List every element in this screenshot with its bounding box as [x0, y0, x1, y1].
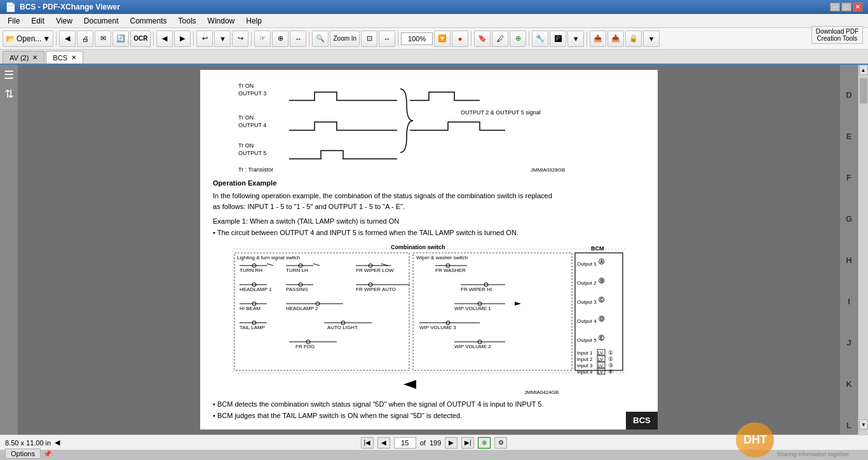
- separator-7: [471, 31, 471, 46]
- redo-btn[interactable]: ↪: [232, 30, 248, 47]
- sidebar-letter-f: F: [846, 173, 851, 182]
- separator-4: [251, 31, 252, 46]
- menu-view[interactable]: View: [51, 15, 78, 27]
- undo-drop[interactable]: ▼: [214, 30, 231, 47]
- separator-6: [398, 31, 398, 46]
- titlebar-controls[interactable]: ─ □ ✕: [830, 3, 863, 11]
- bookmark-btn[interactable]: 🔖: [474, 30, 491, 47]
- separator-1: [56, 31, 57, 46]
- share1-btn[interactable]: 📤: [590, 30, 606, 47]
- num-circle-3: ③: [608, 362, 613, 369]
- sidebar-letter-h: H: [846, 255, 851, 265]
- input2-label: Input 2: [577, 356, 593, 362]
- lv-box-4: LV: [598, 370, 603, 374]
- nav-next-btn[interactable]: ▶: [445, 437, 458, 449]
- nav-first-btn[interactable]: |◀: [361, 437, 374, 449]
- extra-btn[interactable]: ▼: [567, 30, 584, 47]
- print-btn[interactable]: 🖨: [77, 30, 93, 47]
- page-document: Tr ON OUTPUT 3 Tr ON OUTPUT 4 Tr ON OUTP…: [200, 70, 658, 430]
- menu-document[interactable]: Document: [79, 15, 124, 27]
- dropdown-icon: ▼: [43, 34, 50, 43]
- zoom-input[interactable]: [401, 32, 433, 45]
- download-label: Download PDF Creation Tools: [816, 28, 858, 42]
- svg-marker-44: [403, 380, 416, 389]
- options-btn[interactable]: Options: [5, 449, 41, 459]
- open-button[interactable]: 📂 Open... ▼: [3, 30, 53, 47]
- page-number-input[interactable]: [394, 437, 416, 449]
- tool2-btn[interactable]: ↔: [290, 30, 306, 47]
- minimize-button[interactable]: ─: [830, 3, 840, 11]
- waveform-diagram: Tr ON OUTPUT 3 Tr ON OUTPUT 4 Tr ON OUTP…: [238, 76, 620, 175]
- share2-btn[interactable]: 📥: [607, 30, 624, 47]
- scroll-down-btn[interactable]: ▼: [859, 419, 868, 430]
- sidebar-sort-icon[interactable]: ⇅: [4, 87, 14, 101]
- nav-left[interactable]: ◀: [156, 30, 173, 47]
- close-button[interactable]: ✕: [853, 3, 863, 11]
- fit-page-btn[interactable]: ⊡: [361, 30, 377, 47]
- highlight-btn[interactable]: 🖊: [492, 30, 508, 47]
- lv-box-3: LV: [598, 363, 603, 368]
- vertical-scrollbar[interactable]: ▲ ▼: [858, 65, 868, 435]
- menu-help[interactable]: Help: [241, 15, 267, 27]
- nav-add-btn[interactable]: ⊕: [478, 437, 491, 449]
- input3-label: Input 3: [577, 363, 593, 369]
- wiper-label: Wiper & washer switch: [416, 255, 468, 260]
- maximize-button[interactable]: □: [841, 3, 851, 11]
- nav-settings-btn[interactable]: ⚙: [494, 437, 507, 449]
- refresh-btn[interactable]: 🔄: [112, 30, 129, 47]
- tr-on-2: Tr ON: [238, 114, 254, 121]
- svg-line-9: [313, 264, 320, 266]
- zoom-minus[interactable]: ●: [452, 30, 468, 47]
- svg-marker-29: [515, 302, 521, 306]
- scroll-thumb[interactable]: [860, 78, 867, 104]
- output4-label: OUTPUT 4: [238, 122, 266, 128]
- bullet1-text: • BCM detects the combination switch sta…: [213, 400, 544, 408]
- tab-bcs[interactable]: BCS ✕: [46, 51, 83, 64]
- download-pdf-button[interactable]: Download PDF Creation Tools: [811, 26, 863, 44]
- zoom-apply[interactable]: 🔽: [434, 30, 451, 47]
- nav-right[interactable]: ▶: [174, 30, 191, 47]
- email-btn[interactable]: ✉: [95, 30, 111, 47]
- scroll-left-indicator: ◀: [55, 438, 60, 447]
- share-drop[interactable]: ▼: [643, 30, 660, 47]
- tab-av2-close[interactable]: ✕: [32, 54, 37, 61]
- turn-rh: TURN RH: [240, 267, 262, 273]
- menu-edit[interactable]: Edit: [26, 15, 50, 27]
- menu-file[interactable]: File: [3, 15, 25, 27]
- tools2-btn[interactable]: 🔧: [532, 30, 548, 47]
- input1-label: Input 1: [577, 350, 593, 356]
- wip-volume-1: WIP VOLUME 1: [454, 306, 491, 311]
- menu-window[interactable]: Window: [203, 15, 240, 27]
- bullet2-text: • BCM judges that the TAIL LAMP switch i…: [213, 412, 462, 419]
- nav-last-btn[interactable]: ▶|: [461, 437, 474, 449]
- menu-tools[interactable]: Tools: [173, 15, 201, 27]
- output25-signal-label: OUTPUT 2 & OUTPUT 5 signal: [461, 109, 541, 116]
- fit-width-btn[interactable]: ↔: [379, 30, 395, 47]
- share3-btn[interactable]: 🔒: [625, 30, 642, 47]
- zoom-btn[interactable]: 🔍: [312, 30, 329, 47]
- logo-btn[interactable]: 🅿: [550, 30, 566, 47]
- nav-prev-btn[interactable]: ◀: [377, 437, 390, 449]
- tool1-btn[interactable]: ⊕: [272, 30, 288, 47]
- undo-btn[interactable]: ↩: [196, 30, 213, 47]
- tab-av2[interactable]: AV (2) ✕: [3, 51, 44, 64]
- output3-label: OUTPUT 3: [238, 90, 266, 97]
- menu-comments[interactable]: Comments: [125, 15, 172, 27]
- ocr-btn[interactable]: OCR: [130, 30, 151, 47]
- pin-icon: 📌: [43, 450, 52, 458]
- tab-bcs-close[interactable]: ✕: [71, 54, 76, 61]
- page-of-label: of: [420, 439, 426, 447]
- back-btn[interactable]: ◀: [59, 30, 76, 47]
- num-circle-2: ②: [608, 356, 613, 362]
- zoom-in-btn[interactable]: Zoom In: [330, 30, 360, 47]
- example1-text: • The circuit between OUTPUT 4 and INPUT…: [213, 229, 519, 236]
- tr-on-3: Tr ON: [238, 142, 254, 149]
- scroll-up-btn[interactable]: ▲: [859, 65, 868, 75]
- turn-lh: TURN LH: [286, 267, 308, 273]
- output1-label: Output 1: [577, 261, 597, 267]
- num-circle-4: ④: [608, 369, 613, 375]
- sidebar-thumb-icon[interactable]: ☰: [4, 68, 14, 82]
- add-btn[interactable]: ⊕: [510, 30, 526, 47]
- select-btn[interactable]: ☞: [254, 30, 271, 47]
- output5-label: Output 5: [577, 337, 597, 343]
